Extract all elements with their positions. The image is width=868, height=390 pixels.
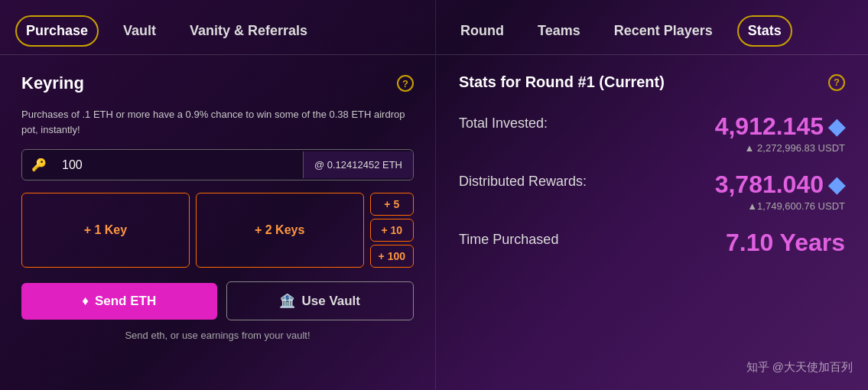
- nav-vanity-referrals[interactable]: Vanity & Referrals: [180, 17, 317, 45]
- nav-purchase[interactable]: Purchase: [15, 15, 99, 47]
- distributed-rewards-number: 3,781.040: [715, 171, 824, 199]
- nav-recent-players[interactable]: Recent Players: [605, 17, 722, 45]
- nav-stats[interactable]: Stats: [737, 15, 792, 47]
- send-eth-button[interactable]: ♦ Send ETH: [21, 283, 217, 320]
- plus-1-key-button[interactable]: + 1 Key: [21, 193, 190, 268]
- keyring-help-icon[interactable]: ?: [397, 75, 414, 92]
- keyring-label: Keyring: [21, 73, 84, 93]
- stat-total-invested: Total Invested: 4,912.145 ◆ ▲ 2,272,996.…: [459, 112, 845, 154]
- stat-time-purchased: Time Purchased 7.10 Years: [459, 229, 845, 257]
- right-content: Stats for Round #1 (Current) ? Total Inv…: [436, 55, 868, 292]
- send-eth-label: Send ETH: [95, 294, 156, 309]
- left-content: Keyring ? Purchases of .1 ETH or more ha…: [0, 55, 435, 359]
- stat-time-purchased-value: 7.10 Years: [726, 229, 845, 257]
- stat-distributed-rewards-value: 3,781.040 ◆ ▲1,749,600.76 USDT: [715, 171, 845, 212]
- nav-round[interactable]: Round: [451, 17, 513, 45]
- plus-10-button[interactable]: + 10: [370, 219, 414, 242]
- left-panel: Purchase Vault Vanity & Referrals Keyrin…: [0, 0, 436, 390]
- eth-icon: ♦: [82, 294, 89, 309]
- eth-diamond-icon-1: ◆: [828, 114, 845, 139]
- stat-distributed-rewards-label: Distributed Rewards:: [459, 171, 587, 190]
- promo-text: Purchases of .1 ETH or more have a 0.9% …: [21, 107, 414, 137]
- use-vault-button[interactable]: 🏦 Use Vault: [226, 281, 414, 320]
- total-invested-number: 4,912.145: [715, 112, 824, 141]
- stat-total-invested-sub: ▲ 2,272,996.83 USDT: [715, 142, 845, 154]
- stat-total-invested-value: 4,912.145 ◆ ▲ 2,272,996.83 USDT: [715, 112, 845, 154]
- stat-distributed-rewards-main: 3,781.040 ◆: [715, 171, 845, 199]
- plus-5-button[interactable]: + 5: [370, 193, 414, 216]
- stats-title-label: Stats for Round #1 (Current): [459, 73, 665, 91]
- watermark: 知乎 @大天使加百列: [746, 360, 853, 375]
- nav-vault[interactable]: Vault: [114, 17, 165, 45]
- hint-text: Send eth, or use earnings from your vaul…: [21, 330, 414, 341]
- use-vault-label: Use Vault: [301, 294, 360, 309]
- key-input-row: 🔑 @ 0.12412452 ETH: [21, 149, 414, 180]
- key-input[interactable]: [56, 151, 303, 180]
- right-panel: Round Teams Recent Players Stats Stats f…: [436, 0, 868, 390]
- keys-row: + 1 Key + 2 Keys + 5 + 10 + 100: [21, 193, 414, 268]
- stat-distributed-rewards-sub: ▲1,749,600.76 USDT: [715, 200, 845, 212]
- section-title: Keyring ?: [21, 73, 414, 93]
- stats-title: Stats for Round #1 (Current) ?: [459, 73, 845, 91]
- left-nav: Purchase Vault Vanity & Referrals: [0, 0, 435, 55]
- small-key-buttons: + 5 + 10 + 100: [370, 193, 414, 268]
- action-row: ♦ Send ETH 🏦 Use Vault: [21, 281, 414, 320]
- stats-help-icon[interactable]: ?: [828, 74, 845, 91]
- stat-total-invested-label: Total Invested:: [459, 112, 548, 132]
- plus-2-keys-button[interactable]: + 2 Keys: [196, 193, 364, 268]
- stat-distributed-rewards: Distributed Rewards: 3,781.040 ◆ ▲1,749,…: [459, 171, 845, 212]
- eth-diamond-icon-2: ◆: [828, 172, 845, 197]
- plus-100-button[interactable]: + 100: [370, 245, 414, 268]
- eth-rate-label: @ 0.12412452 ETH: [303, 151, 413, 178]
- nav-teams[interactable]: Teams: [528, 17, 590, 45]
- vault-icon: 🏦: [279, 293, 295, 309]
- right-nav: Round Teams Recent Players Stats: [436, 0, 868, 55]
- stat-time-purchased-label: Time Purchased: [459, 229, 558, 248]
- stat-time-purchased-main: 7.10 Years: [726, 229, 845, 257]
- key-icon: 🔑: [22, 150, 56, 180]
- stat-total-invested-main: 4,912.145 ◆: [715, 112, 845, 141]
